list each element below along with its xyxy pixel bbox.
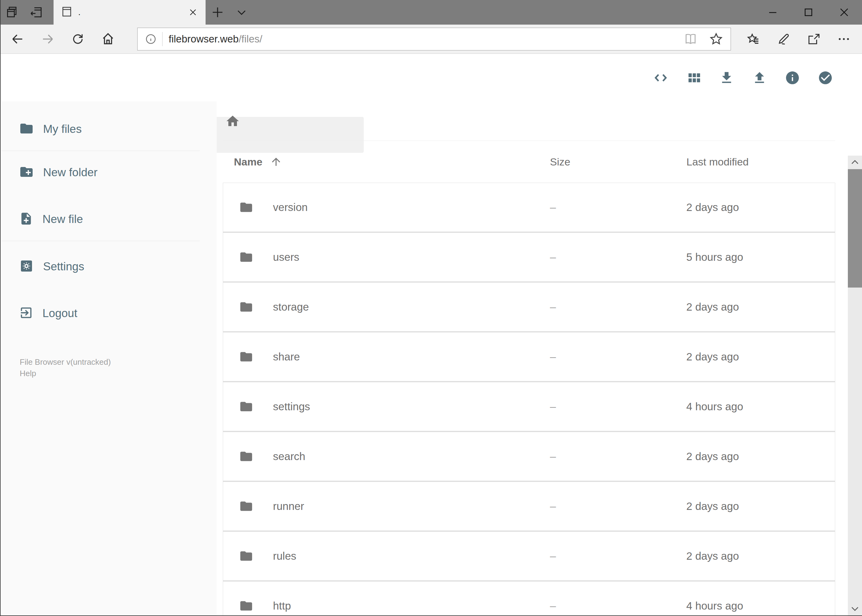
reading-view-icon[interactable]: [684, 32, 697, 46]
file-size: –: [529, 600, 682, 612]
browser-titlebar: .: [1, 0, 862, 25]
sidebar-label: New folder: [43, 166, 98, 179]
file-modified: 2 days ago: [682, 500, 835, 512]
file-size: –: [529, 251, 682, 263]
file-modified: 4 hours ago: [682, 600, 835, 612]
file-name: storage: [273, 301, 309, 313]
browser-tab[interactable]: .: [54, 0, 206, 25]
name-column-header: Name: [234, 156, 263, 168]
app-body: My files New folder New file: [1, 102, 862, 615]
sidebar-item-my-files[interactable]: My files: [1, 108, 217, 151]
breadcrumb-home-icon[interactable]: [225, 114, 240, 129]
folder-icon: [239, 549, 253, 563]
file-size: –: [529, 301, 682, 313]
refresh-icon[interactable]: [63, 25, 93, 54]
file-row-settings[interactable]: settings – 4 hours ago: [223, 382, 835, 431]
file-modified: 5 hours ago: [682, 251, 835, 263]
download-icon[interactable]: [719, 70, 734, 85]
sort-by-name[interactable]: Name: [223, 156, 529, 168]
site-info-icon[interactable]: [145, 33, 157, 45]
settings-gear-icon: [19, 259, 34, 275]
scroll-down-icon[interactable]: [848, 602, 862, 615]
set-tabs-aside-icon[interactable]: [25, 0, 49, 25]
sidebar-item-new-file[interactable]: New file: [1, 198, 217, 241]
file-size: –: [529, 500, 682, 512]
new-tab-button[interactable]: [206, 0, 230, 25]
browser-window: .: [0, 0, 862, 616]
file-row-users[interactable]: users – 5 hours ago: [223, 233, 835, 281]
file-row-runner[interactable]: runner – 2 days ago: [223, 482, 835, 531]
file-name: settings: [273, 401, 310, 413]
file-name: share: [273, 350, 300, 363]
switch-view-code-icon[interactable]: [653, 70, 668, 85]
sidebar-label: My files: [43, 123, 82, 136]
sort-ascending-arrow-icon: [270, 156, 282, 168]
sidebar-label: Settings: [43, 260, 84, 273]
header-action-buttons: [653, 54, 833, 102]
address-bar[interactable]: filebrowser.web/files/: [137, 28, 731, 50]
sidebar-divider: [1, 241, 200, 241]
folder-icon: [239, 300, 253, 314]
favorites-hub-icon[interactable]: [738, 25, 769, 54]
browser-navbar: filebrowser.web/files/: [1, 25, 862, 54]
sidebar-label: Logout: [43, 307, 77, 320]
file-modified: 4 hours ago: [682, 401, 835, 413]
file-size: –: [529, 350, 682, 363]
home-icon[interactable]: [93, 25, 123, 54]
file-row-version[interactable]: version – 2 days ago: [223, 183, 835, 232]
url-path: /files/: [238, 33, 262, 45]
file-modified: 2 days ago: [682, 350, 835, 363]
select-check-icon[interactable]: [818, 70, 833, 85]
page-scrollbar[interactable]: [848, 156, 862, 615]
breadcrumb: [223, 102, 835, 141]
file-modified: 2 days ago: [682, 450, 835, 462]
file-size: –: [529, 201, 682, 214]
sidebar-footer: File Browser v(untracked) Help: [1, 357, 217, 379]
sidebar-item-new-folder[interactable]: New folder: [1, 151, 217, 194]
web-notes-pen-icon[interactable]: [769, 25, 799, 54]
sidebar-item-logout[interactable]: Logout: [1, 292, 217, 335]
help-link[interactable]: Help: [20, 368, 217, 379]
new-file-icon: [19, 212, 33, 227]
sidebar-item-settings[interactable]: Settings: [1, 245, 217, 288]
new-folder-icon: [19, 165, 34, 181]
grid-view-icon[interactable]: [686, 70, 701, 85]
scroll-up-icon[interactable]: [848, 156, 862, 169]
file-row-rules[interactable]: rules – 2 days ago: [223, 532, 835, 580]
url-text[interactable]: filebrowser.web/files/: [169, 33, 672, 45]
sort-by-modified[interactable]: Last modified: [682, 156, 835, 168]
scrollbar-thumb[interactable]: [848, 169, 862, 288]
folder-icon: [239, 599, 253, 613]
file-name: version: [273, 201, 308, 214]
tab-preview-icon[interactable]: [1, 0, 25, 25]
tab-list-dropdown-icon[interactable]: [230, 0, 254, 25]
forward-icon[interactable]: [33, 25, 63, 54]
tab-title: .: [78, 7, 80, 17]
url-host: filebrowser.web: [169, 33, 238, 45]
file-row-storage[interactable]: storage – 2 days ago: [223, 283, 835, 331]
folder-icon: [239, 200, 253, 214]
sort-by-size[interactable]: Size: [529, 156, 682, 168]
upload-icon[interactable]: [752, 70, 767, 85]
folder-icon: [239, 250, 253, 264]
sidebar: My files New folder New file: [1, 102, 217, 615]
tab-close-icon[interactable]: [188, 8, 198, 17]
minimize-button[interactable]: [757, 0, 788, 25]
folder-icon: [239, 449, 253, 464]
close-window-button[interactable]: [829, 0, 860, 25]
page-favicon-icon: [61, 6, 72, 19]
info-icon[interactable]: [785, 70, 800, 85]
file-name: search: [273, 450, 305, 462]
file-row-http[interactable]: http – 4 hours ago: [223, 581, 835, 616]
more-ellipsis-icon[interactable]: [829, 25, 859, 54]
file-listing: Name Size Last modified version – 2 days…: [223, 102, 835, 616]
app-version-text: File Browser v(untracked): [20, 357, 217, 368]
file-name: runner: [273, 500, 304, 512]
file-row-share[interactable]: share – 2 days ago: [223, 332, 835, 381]
maximize-button[interactable]: [793, 0, 824, 25]
add-favorite-star-icon[interactable]: [709, 32, 723, 46]
file-size: –: [529, 450, 682, 462]
file-row-search[interactable]: search – 2 days ago: [223, 432, 835, 481]
share-icon[interactable]: [799, 25, 829, 54]
back-icon[interactable]: [2, 25, 33, 54]
